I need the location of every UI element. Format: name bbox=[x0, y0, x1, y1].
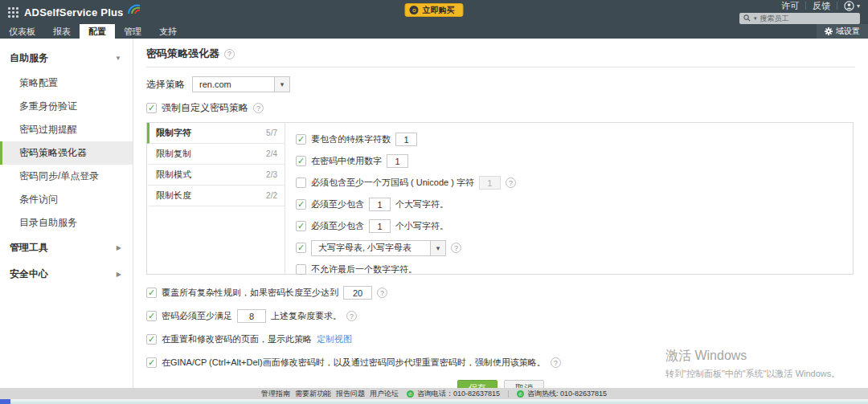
rule-category-list: 限制字符 5/7 限制复制 2/4 限制模式 2/3 限制长度 2/2 bbox=[147, 123, 285, 274]
help-icon[interactable] bbox=[346, 311, 357, 321]
unicode-label: 必须包含至少一个万国码 ( Unicode ) 字符 bbox=[311, 177, 474, 189]
avatar-icon bbox=[844, 1, 854, 11]
request-feature-link[interactable]: 需要新功能 bbox=[295, 389, 331, 399]
sidebar-item-policy-configuration[interactable]: 策略配置 bbox=[0, 71, 133, 95]
alphabet-checkbox[interactable] bbox=[296, 243, 306, 253]
override-length-input[interactable] bbox=[343, 286, 372, 300]
uppercase-checkbox[interactable] bbox=[296, 199, 306, 210]
unicode-checkbox[interactable] bbox=[296, 178, 306, 188]
rule-tab-restrict-patterns[interactable]: 限制模式 2/3 bbox=[147, 165, 285, 186]
tab-dashboard[interactable]: 仪表板 bbox=[0, 24, 44, 39]
sidebar-section-security-center[interactable]: 安全中心 ▶ bbox=[0, 261, 133, 288]
help-icon[interactable] bbox=[506, 178, 516, 188]
rule-tab-restrict-length[interactable]: 限制长度 2/2 bbox=[147, 186, 285, 206]
section-label: 管理工具 bbox=[10, 241, 48, 255]
display-policy-label: 在重置和修改密码的页面，显示此策略 bbox=[162, 333, 312, 345]
help-icon[interactable] bbox=[377, 288, 387, 298]
select-policy-row: 选择策略 ren.com bbox=[146, 76, 855, 92]
sidebar-item-password-policy-enforcer[interactable]: 密码策略强化器 bbox=[0, 141, 133, 165]
section-label: 自助服务 bbox=[10, 51, 48, 65]
no-trailing-digit-checkbox[interactable] bbox=[296, 264, 306, 275]
sidebar-item-password-sync-sso[interactable]: 密码同步/单点登录 bbox=[0, 165, 133, 188]
sidebar-item-password-expiry-notification[interactable]: 密码过期提醒 bbox=[0, 118, 133, 141]
help-icon[interactable] bbox=[451, 243, 461, 253]
feedback-link[interactable]: 反馈 bbox=[813, 0, 830, 12]
help-icon[interactable] bbox=[253, 103, 264, 113]
rule-tab-count: 5/7 bbox=[266, 129, 277, 137]
sidebar-item-directory-self-service[interactable]: 目录自助服务 bbox=[0, 211, 133, 235]
buy-now-label: 立即购买 bbox=[423, 5, 455, 16]
policy-select-value: ren.com bbox=[193, 80, 238, 89]
override-length-checkbox[interactable] bbox=[146, 288, 157, 298]
chevron-down-icon bbox=[430, 241, 445, 255]
user-forum-link[interactable]: 用户论坛 bbox=[370, 389, 399, 399]
override-length-label: 覆盖所有复杂性规则，如果密码长度至少达到 bbox=[162, 287, 338, 299]
phone-contact-2: 咨询热线: 010-82637815 bbox=[517, 389, 607, 399]
policy-select[interactable]: ren.com bbox=[192, 76, 290, 92]
tab-configuration[interactable]: 配置 bbox=[80, 24, 115, 39]
special-chars-count-input[interactable] bbox=[395, 133, 417, 146]
gina-checkbox[interactable] bbox=[146, 357, 157, 368]
sidebar-item-conditional-access[interactable]: 条件访问 bbox=[0, 188, 133, 211]
gina-label: 在GINA/CP (Ctrl+Alt+Del)画面修改密码时，以及通过密码同步代… bbox=[162, 357, 546, 369]
rule-options: 要包含的特殊字符数 在密码中使用数字 必须包含至少一个万国码 ( Unicode… bbox=[285, 123, 853, 274]
display-policy-checkbox[interactable] bbox=[146, 334, 157, 345]
lowercase-label-post: 个小写字符。 bbox=[395, 220, 448, 232]
tab-support[interactable]: 支持 bbox=[150, 24, 186, 39]
lowercase-count-input[interactable] bbox=[369, 219, 391, 233]
phone-number-2: 咨询热线: 010-82637815 bbox=[527, 389, 607, 399]
footer-links: 管理指南 需要新功能 报告问题 用户论坛 bbox=[261, 389, 399, 399]
top-bar: ADSelfService Plus 立即购买 许可 反馈 ▾ bbox=[0, 0, 868, 24]
digits-checkbox[interactable] bbox=[296, 156, 306, 166]
rule-tab-label: 限制复制 bbox=[156, 148, 191, 160]
rule-tab-restrict-characters[interactable]: 限制字符 5/7 bbox=[147, 123, 285, 144]
app-window: ADSelfService Plus 立即购买 许可 反馈 ▾ bbox=[0, 0, 868, 404]
min-complexity-label-pre: 密码必须至少满足 bbox=[162, 310, 232, 322]
bottom-strip bbox=[0, 399, 868, 404]
help-icon[interactable] bbox=[551, 357, 561, 368]
rule-tab-restrict-repetition[interactable]: 限制复制 2/4 bbox=[147, 144, 285, 165]
sidebar-section-self-service[interactable]: 自助服务 ▼ bbox=[0, 45, 133, 71]
rule-tab-count: 2/3 bbox=[266, 170, 277, 179]
min-complexity-label-post: 上述复杂度要求。 bbox=[271, 310, 342, 322]
top-right-area: 许可 反馈 ▾ ▾ bbox=[739, 1, 868, 24]
cart-icon bbox=[410, 6, 419, 14]
search-scope-caret-icon[interactable]: ▾ bbox=[754, 15, 757, 22]
employee-search[interactable]: ▾ bbox=[739, 13, 860, 24]
app-logo[interactable]: ADSelfService Plus bbox=[0, 6, 142, 18]
min-complexity-checkbox[interactable] bbox=[146, 311, 157, 321]
min-complexity-input[interactable] bbox=[237, 309, 266, 323]
buy-now-button[interactable]: 立即购买 bbox=[405, 3, 464, 17]
uppercase-rule: 必须至少包含 个大写字符。 bbox=[296, 197, 853, 212]
main-content: 密码策略强化器 选择策略 ren.com 强制自定义密码策略 限制字符 bbox=[133, 39, 868, 388]
digits-label: 在密码中使用数字 bbox=[311, 155, 382, 167]
tab-reports[interactable]: 报表 bbox=[44, 24, 80, 39]
uppercase-count-input[interactable] bbox=[369, 198, 391, 211]
uppercase-label-post: 个大写字符。 bbox=[395, 198, 448, 210]
phone-icon bbox=[517, 390, 524, 398]
report-issue-link[interactable]: 报告问题 bbox=[336, 389, 365, 399]
domain-settings-button[interactable]: 域设置 bbox=[817, 24, 868, 39]
no-trailing-digit-rule: 不允许最后一个数字字符。 bbox=[296, 262, 853, 277]
unicode-rule: 必须包含至少一个万国码 ( Unicode ) 字符 bbox=[296, 175, 853, 190]
digits-count-input[interactable] bbox=[387, 154, 408, 168]
license-link[interactable]: 许可 bbox=[781, 0, 799, 12]
help-icon[interactable] bbox=[224, 49, 235, 59]
admin-guide-link[interactable]: 管理指南 bbox=[261, 389, 290, 399]
app-logo-text: ADSelfService Plus bbox=[24, 6, 124, 18]
user-menu[interactable]: ▾ bbox=[844, 1, 860, 11]
sidebar-section-admin-tools[interactable]: 管理工具 ▶ bbox=[0, 235, 133, 261]
tab-admin[interactable]: 管理 bbox=[115, 24, 150, 39]
alphabet-select[interactable]: 大写字母表, 小写字母表 bbox=[311, 240, 446, 256]
top-links: 许可 反馈 ▾ bbox=[781, 1, 860, 11]
special-chars-checkbox[interactable] bbox=[296, 134, 306, 145]
lowercase-label-pre: 必须至少包含 bbox=[311, 220, 364, 232]
special-chars-rule: 要包含的特殊字符数 bbox=[296, 132, 853, 147]
search-input[interactable] bbox=[760, 14, 849, 22]
customize-view-link[interactable]: 定制视图 bbox=[317, 333, 352, 345]
sidebar-item-mfa[interactable]: 多重身份验证 bbox=[0, 95, 133, 118]
lowercase-checkbox[interactable] bbox=[296, 221, 306, 231]
unicode-count-input bbox=[479, 176, 501, 190]
enforce-custom-policy-checkbox[interactable] bbox=[146, 103, 157, 113]
rule-tab-label: 限制长度 bbox=[156, 190, 191, 202]
